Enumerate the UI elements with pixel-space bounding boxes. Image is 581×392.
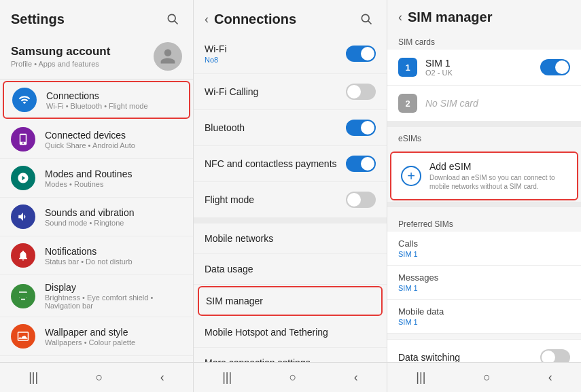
connections-header: ‹ Connections	[194, 0, 387, 34]
connections-search-icon[interactable]	[357, 10, 376, 29]
display-subtitle: Brightness • Eye comfort shield • Naviga…	[45, 293, 182, 310]
back-arrow-icon[interactable]: ‹	[205, 12, 209, 26]
divider-1	[194, 218, 387, 224]
settings-item-modes[interactable]: Modes and Routines Modes • Routines	[0, 159, 193, 198]
settings-item-sounds[interactable]: Sounds and vibration Sound mode • Ringto…	[0, 198, 193, 236]
connections-icon	[12, 88, 37, 112]
nav-home-icon-mid[interactable]: ○	[289, 370, 297, 385]
nav-back-icon-right[interactable]: ‹	[548, 370, 552, 385]
middle-bottom-nav: ||| ○ ‹	[194, 362, 387, 392]
sim-2-text: No SIM card	[425, 97, 478, 109]
notifications-label: Notifications	[45, 246, 133, 257]
nav-back-icon-mid[interactable]: ‹	[354, 370, 358, 385]
connections-subtitle: Wi-Fi • Bluetooth • Flight mode	[46, 102, 148, 110]
mobile-networks-text: Mobile networks	[205, 233, 273, 244]
nav-home-icon[interactable]: ○	[96, 370, 103, 385]
sounds-subtitle: Sound mode • Ringtone	[45, 219, 135, 227]
conn-item-wifi-calling[interactable]: Wi-Fi Calling	[194, 74, 387, 110]
wifi-calling-text: Wi-Fi Calling	[205, 86, 258, 97]
data-switching-item[interactable]: Data switching	[387, 339, 581, 362]
nfc-toggle[interactable]	[346, 156, 376, 172]
conn-item-bluetooth[interactable]: Bluetooth	[194, 110, 387, 146]
wallpaper-subtitle: Wallpapers • Colour palette	[45, 338, 135, 346]
wifi-text: Wi-Fi No8	[205, 43, 227, 64]
conn-item-nfc[interactable]: NFC and contactless payments	[194, 146, 387, 182]
settings-item-display[interactable]: Display Brightness • Eye comfort shield …	[0, 275, 193, 317]
sim-card-2: 2 No SIM card	[387, 86, 581, 122]
no-sim-label: No SIM card	[425, 98, 478, 109]
nav-menu-icon[interactable]: |||	[29, 370, 38, 385]
preferred-messages[interactable]: Messages SIM 1	[387, 266, 581, 300]
notifications-icon	[11, 243, 35, 268]
sim-card-1[interactable]: 1 SIM 1 O2 - UK	[387, 50, 581, 86]
sounds-label: Sounds and vibration	[45, 207, 135, 218]
plus-icon: +	[401, 166, 421, 186]
settings-header: Settings	[0, 0, 193, 34]
sim-manager-panel: ‹ SIM manager SIM cards 1 SIM 1 O2 - UK	[387, 0, 581, 392]
connected-devices-subtitle: Quick Share • Android Auto	[45, 141, 135, 149]
sim-back-icon[interactable]: ‹	[398, 10, 402, 24]
sim-1-toggle[interactable]	[540, 59, 570, 75]
settings-panel: Settings Samsung account Profile • Apps …	[0, 0, 194, 392]
right-bottom-nav: ||| ○ ‹	[387, 362, 581, 392]
nav-menu-icon-mid[interactable]: |||	[222, 370, 232, 385]
conn-item-sim-manager[interactable]: SIM manager	[198, 286, 383, 316]
wifi-toggle[interactable]	[346, 46, 376, 62]
settings-item-notifications[interactable]: Notifications Status bar • Do not distur…	[0, 236, 193, 275]
samsung-account-item[interactable]: Samsung account Profile • Apps and featu…	[0, 34, 193, 79]
bluetooth-toggle[interactable]	[346, 120, 376, 136]
connections-label: Connections	[46, 90, 148, 101]
modes-subtitle: Modes • Routines	[45, 180, 132, 188]
svg-point-2	[362, 14, 369, 22]
search-icon[interactable]	[163, 10, 182, 29]
svg-line-1	[175, 21, 178, 24]
settings-item-connections[interactable]: Connections Wi-Fi • Bluetooth • Flight m…	[3, 81, 190, 119]
hotspot-text: Mobile Hotspot and Tethering	[205, 327, 328, 338]
wifi-calling-label: Wi-Fi Calling	[205, 86, 258, 97]
modes-icon	[11, 166, 35, 190]
bluetooth-label: Bluetooth	[205, 122, 245, 133]
conn-item-data-usage[interactable]: Data usage	[194, 254, 387, 285]
flight-label: Flight mode	[205, 194, 254, 205]
settings-item-connected-devices[interactable]: Connected devices Quick Share • Android …	[0, 120, 193, 159]
svg-line-3	[368, 21, 372, 24]
preferred-mobile-data[interactable]: Mobile data SIM 1	[387, 300, 581, 334]
data-usage-label: Data usage	[205, 264, 253, 274]
sim-1-toggle-container	[540, 59, 570, 75]
bluetooth-text: Bluetooth	[205, 122, 245, 133]
mobile-data-text: Mobile data SIM 1	[398, 306, 444, 326]
connected-devices-icon	[11, 127, 35, 152]
sim-header: ‹ SIM manager	[387, 0, 581, 31]
preferred-calls[interactable]: Calls SIM 1	[387, 232, 581, 266]
nav-menu-icon-right[interactable]: |||	[416, 370, 425, 385]
modes-label: Modes and Routines	[45, 168, 132, 179]
add-esim-text: Add eSIM Download an eSIM so you can con…	[429, 161, 567, 191]
conn-item-mobile-networks[interactable]: Mobile networks	[194, 224, 387, 254]
more-connections-text: More connection settings	[205, 357, 311, 362]
messages-value: SIM 1	[398, 284, 438, 292]
preferred-divider	[387, 202, 581, 207]
esims-label: eSIMs	[387, 127, 581, 146]
sim-content: SIM cards 1 SIM 1 O2 - UK 2	[387, 31, 581, 362]
connections-title: Connections	[214, 12, 357, 27]
calls-label: Calls	[398, 238, 418, 249]
nav-home-icon-right[interactable]: ○	[483, 370, 491, 385]
wallpaper-text: Wallpaper and style Wallpapers • Colour …	[45, 327, 135, 346]
messages-label: Messages	[398, 272, 438, 283]
conn-item-hotspot[interactable]: Mobile Hotspot and Tethering	[194, 317, 387, 348]
samsung-account-name: Samsung account	[11, 45, 110, 58]
data-switching-toggle[interactable]	[540, 349, 570, 362]
conn-item-more[interactable]: More connection settings	[194, 348, 387, 362]
nav-back-icon[interactable]: ‹	[160, 370, 164, 385]
settings-item-wallpaper[interactable]: Wallpaper and style Wallpapers • Colour …	[0, 317, 193, 356]
display-label: Display	[45, 282, 182, 293]
flight-toggle[interactable]	[346, 192, 376, 208]
conn-item-wifi[interactable]: Wi-Fi No8	[194, 34, 387, 74]
add-esim-item[interactable]: + Add eSIM Download an eSIM so you can c…	[390, 152, 578, 200]
conn-item-flight[interactable]: Flight mode	[194, 182, 387, 218]
sim-1-name: SIM 1	[425, 58, 453, 69]
sounds-text: Sounds and vibration Sound mode • Ringto…	[45, 207, 135, 227]
sounds-icon	[11, 204, 35, 229]
add-esim-description: Download an eSIM so you can connect to m…	[429, 173, 567, 191]
wifi-calling-toggle[interactable]	[346, 84, 376, 100]
